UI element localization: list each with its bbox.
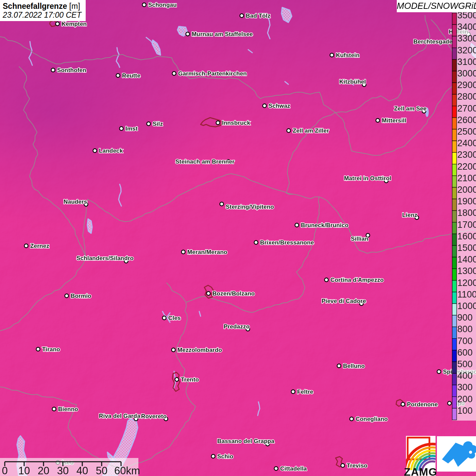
colorbar-cell	[452, 71, 457, 83]
city-label: Trento	[181, 376, 199, 383]
colorbar-cell	[452, 327, 457, 338]
colorbar-tick-label: 200	[457, 394, 473, 404]
city-dot	[147, 122, 151, 126]
city-label: Bozen/Bolzano	[213, 290, 255, 297]
city-marker: Berchtesgaden	[413, 38, 456, 45]
city-label: Belluno	[343, 363, 365, 369]
scalebar-label: 20	[38, 465, 49, 476]
city-dot	[186, 32, 190, 36]
city-label: Feltre	[297, 389, 313, 395]
model-label: MODEL/SNOWGRiD	[397, 0, 476, 12]
colorbar-tick-label: 2200	[457, 162, 476, 172]
city-dot	[263, 104, 267, 108]
colorbar-cell	[452, 48, 457, 60]
city-label: Kitzbühel	[339, 79, 366, 85]
city-marker: Bruneck/Brunico	[295, 222, 348, 228]
city-dot	[24, 244, 28, 248]
city-label: Imst	[125, 125, 138, 132]
colorbar-tick-label: 1800	[457, 208, 476, 218]
colorbar-tick-label: 1000	[457, 301, 476, 311]
city-label: Meran/Merano	[187, 249, 227, 255]
city-dot	[254, 241, 258, 244]
colorbar-cell	[452, 199, 457, 210]
city-label: Sonthofen	[57, 67, 86, 73]
city-label: Riva del Garda	[99, 413, 140, 419]
city-label: Zell am See	[394, 105, 427, 112]
city-dot	[207, 292, 210, 295]
city-label: Rovereto	[141, 413, 167, 420]
city-dot	[52, 407, 56, 411]
city-label: Zernez	[30, 243, 49, 249]
city-dot	[216, 121, 220, 125]
city-marker: Brixen/Bressanone	[254, 239, 314, 246]
colorbar-cell	[452, 257, 457, 269]
city-label: Matrei in Osttirol	[344, 175, 391, 182]
city-label: Steinach am Brenner	[175, 158, 235, 165]
city-label: Treviso	[347, 462, 368, 469]
city-marker: Murnau am Staffelsee	[186, 31, 253, 37]
title-datetime: 23.07.2022 17:00 CET	[3, 11, 86, 19]
colorbar-tick-label: 1200	[457, 278, 476, 288]
city-label: Innsbruck	[222, 120, 250, 126]
city-dot	[36, 347, 40, 351]
colorbar-cell	[452, 118, 457, 129]
city-label: Murnau am Staffelsee	[192, 31, 253, 37]
city-label: Zell am Ziller	[293, 128, 329, 134]
colorbar-cell	[452, 280, 457, 292]
city-marker: Meran/Merano	[182, 249, 227, 255]
colorbar-cell	[452, 141, 457, 152]
colorbar-tick-label: 800	[457, 324, 473, 334]
colorbar-tick-label: 1400	[457, 254, 476, 265]
colorbar-cell	[452, 292, 457, 304]
city-marker: Garmisch-Partenkirchen	[172, 70, 247, 77]
city-dot	[401, 403, 405, 406]
colorbar-tick-label: 2400	[457, 138, 476, 148]
city-dot	[211, 455, 215, 458]
colorbar-tick-label: 600	[457, 347, 473, 358]
colorbar-cell	[452, 83, 457, 94]
colorbar-cell	[452, 24, 457, 36]
city-dot	[116, 74, 120, 78]
city-dot	[274, 467, 278, 471]
city-dot	[376, 119, 380, 122]
colorbar-tick-label: 3400	[457, 22, 476, 32]
city-label: Mittersill	[382, 117, 406, 124]
colorbar-tick-label: 1300	[457, 266, 476, 276]
city-label: Cles	[168, 315, 181, 321]
colorbar-cell	[452, 13, 457, 24]
city-dot	[350, 417, 354, 421]
colorbar-cell	[452, 210, 457, 222]
city-label: Pieve di Cadore	[322, 298, 366, 304]
city-dot	[120, 127, 123, 131]
lake	[87, 219, 92, 233]
title-unit: [m]	[69, 2, 80, 11]
colorbar-cell	[452, 408, 457, 420]
scalebar-label: 0	[2, 465, 7, 476]
city-label: Kufstein	[336, 52, 360, 58]
colorbar-tick-label: 2800	[457, 91, 476, 102]
city-marker: Sterzing/Vipiteno	[220, 202, 274, 210]
scalebar-label: 50	[96, 465, 107, 476]
colorbar-cell	[452, 245, 457, 257]
colorbar-cell	[452, 106, 457, 118]
city-label: Kempten	[62, 21, 87, 27]
city-label: Conegliano	[356, 416, 388, 422]
colorbar-cell	[452, 164, 457, 176]
colorbar-tick-label: 1500	[457, 243, 476, 253]
colorbar-tick-label: 3200	[457, 45, 476, 55]
city-dot	[56, 22, 60, 26]
city-label: Mezzolombardo	[177, 347, 222, 353]
colorbar-tick-label: 300	[457, 382, 473, 392]
city-dot	[172, 348, 175, 352]
colorbar-cell	[452, 362, 457, 373]
city-label: Cittadella	[280, 465, 307, 472]
colorbar-tick-label: 1600	[457, 231, 476, 241]
city-dot	[51, 68, 55, 72]
colorbar-tick-label: 1900	[457, 196, 476, 206]
city-label: Pordenone	[407, 401, 438, 408]
city-dot	[325, 278, 328, 282]
city-label: Landeck	[99, 148, 123, 154]
city-marker: Steinach am Brenner	[175, 158, 235, 165]
city-dot	[65, 294, 69, 298]
colorbar-tick-label: 900	[457, 312, 473, 323]
